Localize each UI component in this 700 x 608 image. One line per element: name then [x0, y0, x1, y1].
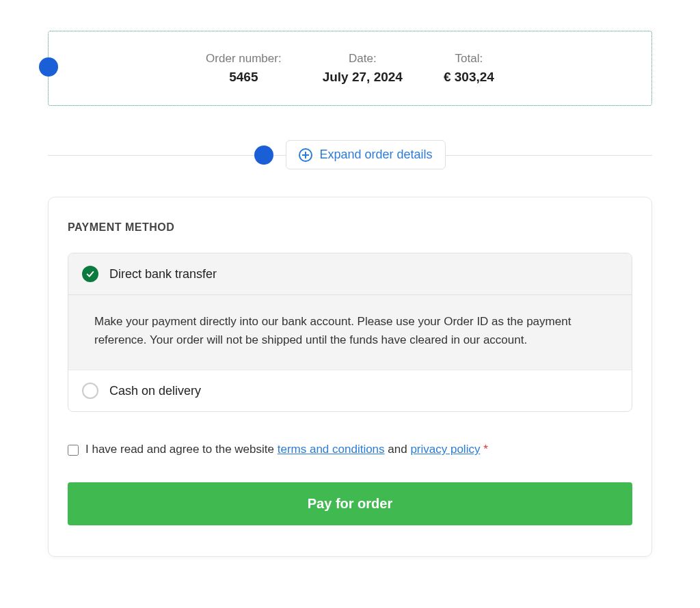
payment-method-heading: PAYMENT METHOD	[68, 221, 632, 234]
radio-unselected-icon	[82, 383, 98, 399]
order-number-label: Order number:	[206, 52, 282, 66]
decoration-dot-icon	[39, 57, 58, 77]
summary-item-total: Total: € 303,24	[444, 52, 494, 85]
total-label: Total:	[444, 52, 494, 66]
agree-middle: and	[385, 443, 411, 456]
decoration-dot-icon	[254, 146, 273, 165]
expand-button-label: Expand order details	[319, 148, 432, 162]
terms-agree-checkbox[interactable]	[68, 445, 79, 456]
payment-option-description: Make your payment directly into our bank…	[68, 295, 632, 370]
order-number-value: 5465	[206, 70, 282, 85]
date-value: July 27, 2024	[323, 70, 403, 85]
summary-item-order-number: Order number: 5465	[206, 52, 282, 85]
payment-methods-list: Direct bank transfer Make your payment d…	[68, 253, 632, 412]
pay-for-order-button[interactable]: Pay for order	[68, 482, 632, 525]
terms-agreement-row: I have read and agree to the website ter…	[68, 443, 632, 456]
summary-item-date: Date: July 27, 2024	[323, 52, 403, 85]
expand-order-details-button[interactable]: Expand order details	[286, 140, 445, 169]
date-label: Date:	[323, 52, 403, 66]
terms-and-conditions-link[interactable]: terms and conditions	[278, 443, 385, 456]
agree-prefix: I have read and agree to the website	[85, 443, 278, 456]
payment-option-cash-on-delivery[interactable]: Cash on delivery	[68, 370, 632, 411]
radio-selected-icon	[82, 266, 98, 282]
total-value: € 303,24	[444, 70, 494, 85]
privacy-policy-link[interactable]: privacy policy	[410, 443, 480, 456]
required-asterisk: *	[480, 443, 487, 456]
expand-divider-row: Expand order details	[48, 140, 652, 169]
payment-option-label: Direct bank transfer	[109, 267, 217, 281]
terms-agree-text: I have read and agree to the website ter…	[85, 443, 488, 456]
order-summary-box: Order number: 5465 Date: July 27, 2024 T…	[48, 31, 652, 106]
plus-circle-icon	[299, 148, 312, 162]
payment-method-card: PAYMENT METHOD Direct bank transfer Make…	[48, 197, 652, 557]
payment-option-bank-transfer[interactable]: Direct bank transfer	[68, 253, 632, 295]
payment-option-label: Cash on delivery	[109, 384, 201, 398]
